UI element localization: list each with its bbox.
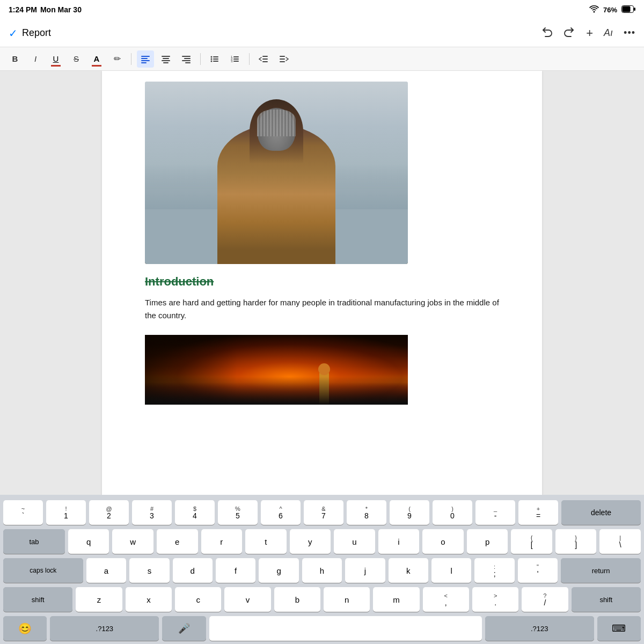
key-s[interactable]: s: [129, 558, 169, 583]
key-l[interactable]: l: [431, 558, 471, 583]
key-question-slash[interactable]: ?/: [522, 587, 568, 612]
svg-text:3.: 3.: [231, 60, 233, 63]
key-delete[interactable]: delete: [561, 500, 641, 525]
add-button[interactable]: +: [586, 26, 593, 40]
key-star-8[interactable]: *8: [347, 500, 386, 525]
key-gt-period[interactable]: >.: [472, 587, 518, 612]
key-b[interactable]: b: [274, 587, 320, 612]
svg-rect-10: [163, 62, 169, 63]
document-title: Report: [22, 27, 51, 39]
svg-rect-5: [141, 60, 150, 61]
svg-rect-27: [262, 56, 268, 57]
key-z[interactable]: z: [76, 587, 122, 612]
svg-rect-24: [233, 58, 239, 60]
key-j[interactable]: j: [345, 558, 385, 583]
key-colon-semicolon[interactable]: :;: [474, 558, 514, 583]
key-t[interactable]: t: [245, 529, 287, 554]
key-exclaim-1[interactable]: !1: [46, 500, 86, 525]
check-button[interactable]: ✓: [9, 27, 18, 40]
align-left-button[interactable]: [137, 50, 154, 68]
key-caret-6[interactable]: ^6: [261, 500, 301, 525]
key-plus-equals[interactable]: +=: [518, 500, 558, 525]
keyboard-row-5: 😊 .?123 🎤 .?123 ⌨: [3, 616, 641, 641]
key-minus-underscore[interactable]: _-: [475, 500, 515, 525]
key-c[interactable]: c: [175, 587, 221, 612]
key-lparen-9[interactable]: (9: [390, 500, 429, 525]
key-p[interactable]: p: [467, 529, 508, 554]
key-tilde-backtick[interactable]: ~`: [3, 500, 43, 525]
key-d[interactable]: d: [173, 558, 213, 583]
redo-button[interactable]: [564, 26, 575, 40]
svg-rect-26: [233, 61, 239, 62]
key-w[interactable]: w: [112, 529, 153, 554]
document-area[interactable]: Introduction Times are hard and getting …: [0, 71, 644, 495]
svg-rect-11: [182, 56, 191, 57]
key-v[interactable]: v: [224, 587, 270, 612]
key-shift-right[interactable]: shift: [572, 587, 641, 612]
key-amp-7[interactable]: &7: [304, 500, 343, 525]
number-list-button[interactable]: 1.2.3.: [226, 50, 244, 68]
align-right-button[interactable]: [178, 50, 195, 68]
key-at-2[interactable]: @2: [89, 500, 129, 525]
bullet-list-button[interactable]: [206, 50, 223, 68]
undo-button[interactable]: [541, 26, 553, 40]
key-n[interactable]: n: [324, 587, 370, 612]
key-m[interactable]: m: [373, 587, 419, 612]
key-symbol-right[interactable]: .?123: [485, 616, 594, 641]
key-a[interactable]: a: [86, 558, 126, 583]
svg-rect-4: [141, 58, 148, 59]
status-date: Mon Mar 30: [40, 5, 82, 14]
key-f[interactable]: f: [216, 558, 255, 583]
key-pipe-backslash[interactable]: |\: [599, 529, 641, 554]
person-image: [145, 82, 408, 264]
key-shift-left[interactable]: shift: [3, 587, 72, 612]
key-percent-5[interactable]: %5: [218, 500, 258, 525]
key-y[interactable]: y: [290, 529, 331, 554]
indent-decrease-button[interactable]: [255, 50, 272, 68]
svg-rect-20: [213, 61, 218, 62]
svg-rect-7: [162, 56, 170, 57]
svg-rect-3: [141, 56, 150, 57]
key-keyboard-hide[interactable]: ⌨: [597, 616, 641, 641]
strikethrough-button[interactable]: S: [68, 50, 85, 68]
underline-label: U: [53, 54, 59, 63]
key-quote-doublequote[interactable]: "': [518, 558, 558, 583]
key-emoji[interactable]: 😊: [3, 616, 47, 641]
italic-button[interactable]: I: [27, 50, 44, 68]
key-mic[interactable]: 🎤: [162, 616, 206, 641]
key-hash-3[interactable]: #3: [132, 500, 172, 525]
key-rbrace-rbracket[interactable]: }]: [555, 529, 597, 554]
key-i[interactable]: i: [378, 529, 420, 554]
svg-rect-12: [184, 58, 191, 59]
key-k[interactable]: k: [389, 558, 428, 583]
key-lt-comma[interactable]: <,: [423, 587, 469, 612]
key-rparen-0[interactable]: )0: [433, 500, 472, 525]
key-lbrace-lbracket[interactable]: {[: [511, 529, 552, 554]
font-color-button[interactable]: A: [88, 50, 105, 68]
key-u[interactable]: u: [334, 529, 375, 554]
key-dollar-4[interactable]: $4: [175, 500, 215, 525]
key-return[interactable]: return: [561, 558, 641, 583]
underline-button[interactable]: U: [47, 50, 64, 68]
key-q[interactable]: q: [68, 529, 109, 554]
indent-increase-button[interactable]: [275, 50, 292, 68]
key-capslock[interactable]: caps lock: [3, 558, 83, 583]
key-e[interactable]: e: [157, 529, 198, 554]
key-tab[interactable]: tab: [3, 529, 65, 554]
ai-button[interactable]: Aı: [604, 27, 613, 39]
highlight-button[interactable]: ✏: [108, 50, 126, 68]
key-x[interactable]: x: [126, 587, 172, 612]
key-g[interactable]: g: [259, 558, 298, 583]
keyboard-row-2: tab q w e r t y u i o p {[ }] |\: [3, 529, 641, 554]
key-r[interactable]: r: [201, 529, 243, 554]
align-center-button[interactable]: [157, 50, 174, 68]
key-symbol-left[interactable]: .?123: [50, 616, 159, 641]
svg-rect-28: [262, 58, 268, 60]
more-button[interactable]: •••: [624, 27, 635, 39]
nav-left: ✓ Report: [9, 27, 541, 40]
bold-button[interactable]: B: [6, 50, 24, 68]
key-o[interactable]: o: [422, 529, 464, 554]
key-space[interactable]: [209, 616, 482, 641]
battery-percent: 76%: [603, 6, 617, 14]
key-h[interactable]: h: [302, 558, 342, 583]
